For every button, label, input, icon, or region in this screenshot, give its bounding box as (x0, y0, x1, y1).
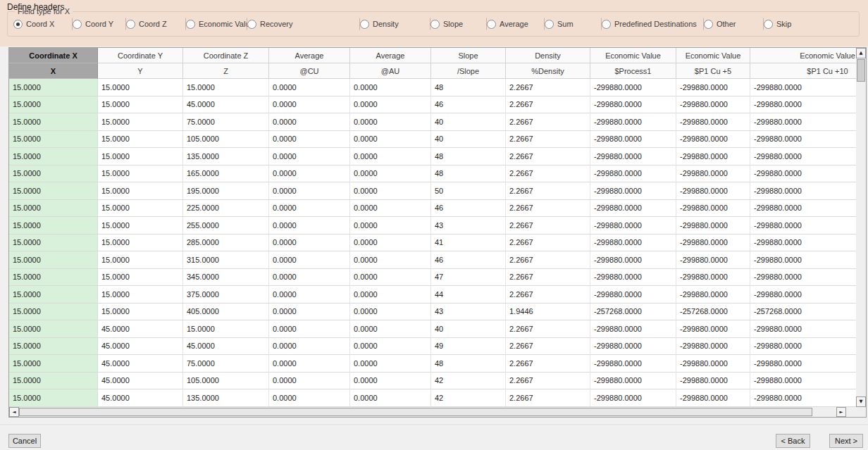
column-name-header[interactable]: X (9, 63, 98, 79)
grid-cell: 0.0000 (350, 200, 431, 218)
radio-label: Coord Y (85, 20, 113, 28)
column-name-header[interactable]: @AU (350, 63, 431, 79)
grid-cell: 46 (431, 251, 506, 269)
grid-cell: 15.0000 (98, 251, 183, 269)
radio-coord-x[interactable]: Coord X (13, 15, 73, 32)
radio-economic-value[interactable]: Economic Value (186, 15, 247, 32)
radio-unselected-icon (545, 20, 554, 29)
vertical-scrollbar[interactable]: ▲ ▼ (856, 48, 866, 407)
grid-cell: 15.0000 (9, 286, 98, 304)
grid-cell: -299880.0000 (590, 79, 676, 96)
column-name-header[interactable]: Z (183, 63, 269, 79)
radio-label: Recovery (260, 20, 292, 28)
column-name-header[interactable]: $Process1 (590, 63, 676, 79)
grid-cell: -299880.0000 (750, 320, 856, 338)
grid-cell: 15.0000 (98, 131, 183, 149)
grid-cell: 0.0000 (350, 148, 431, 165)
scrollbar-corner (856, 407, 866, 417)
grid-cell: 0.0000 (269, 269, 350, 287)
grid-cell: 45.0000 (98, 389, 183, 407)
column-type-header[interactable]: Average (269, 48, 350, 63)
back-button[interactable]: < Back (776, 434, 810, 448)
cancel-button[interactable]: Cancel (8, 434, 41, 448)
scroll-right-icon[interactable]: ► (836, 407, 846, 417)
grid-cell: 0.0000 (269, 165, 350, 183)
radio-slope[interactable]: Slope (430, 15, 487, 32)
grid-cell: -299880.0000 (590, 200, 676, 218)
vertical-scroll-thumb[interactable] (857, 59, 865, 82)
column-name-header[interactable]: %Density (506, 63, 590, 79)
table-row: 15.000045.000015.00000.00000.0000402.266… (9, 320, 856, 338)
radio-sum[interactable]: Sum (545, 15, 602, 32)
grid-cell: -299880.0000 (590, 148, 676, 165)
column-type-header[interactable]: Economic Value (676, 48, 750, 63)
radio-label: Economic Value (199, 20, 254, 28)
grid-cell: -299880.0000 (750, 286, 856, 304)
column-type-header[interactable]: Economic Value (590, 48, 676, 63)
grid-cell: 2.2667 (506, 165, 590, 183)
grid-cell: 48 (431, 148, 506, 165)
horizontal-scroll-thumb[interactable] (19, 408, 812, 416)
radio-recovery[interactable]: Recovery (247, 15, 360, 32)
table-row: 15.000015.0000225.00000.00000.0000462.26… (9, 200, 856, 218)
grid-cell: 2.2667 (506, 251, 590, 269)
scroll-down-icon[interactable]: ▼ (856, 396, 866, 407)
radio-label: Density (373, 20, 399, 28)
column-type-header[interactable]: Slope (431, 48, 506, 63)
grid-cell: 44 (431, 286, 506, 304)
column-type-header[interactable]: Coordinate X (9, 48, 98, 63)
radio-predefined-destinations[interactable]: Predefined Destinations (602, 15, 704, 32)
grid-cell: -299880.0000 (676, 320, 750, 338)
column-type-header[interactable]: Density (506, 48, 590, 63)
grid-cell: 43 (431, 304, 506, 321)
column-name-header[interactable]: $P1 Cu +5 (676, 63, 750, 79)
grid-cell: 15.0000 (98, 148, 183, 165)
grid-cell: 2.2667 (506, 96, 590, 114)
radio-unselected-icon (186, 20, 195, 29)
column-type-header[interactable]: Average (350, 48, 431, 63)
grid-cell: -299880.0000 (590, 131, 676, 149)
grid-cell: -299880.0000 (750, 373, 856, 390)
grid-cell: -299880.0000 (676, 235, 750, 252)
horizontal-scrollbar[interactable]: ◄ ► (9, 407, 856, 417)
grid-cell: 45.0000 (183, 338, 269, 356)
radio-coord-z[interactable]: Coord Z (126, 15, 186, 32)
column-type-header[interactable]: Coordinate Z (183, 48, 269, 63)
grid-cell: 15.0000 (9, 148, 98, 165)
grid-cell: 0.0000 (269, 131, 350, 149)
grid-cell: 0.0000 (350, 165, 431, 183)
radio-label: Coord Z (139, 20, 167, 28)
grid-cell: 0.0000 (269, 338, 350, 356)
radio-other[interactable]: Other (704, 15, 764, 32)
grid-cell: 15.0000 (98, 286, 183, 304)
radio-label: Coord X (26, 20, 54, 28)
radio-coord-y[interactable]: Coord Y (73, 15, 126, 32)
radio-density[interactable]: Density (360, 15, 430, 32)
scroll-up-icon[interactable]: ▲ (856, 48, 866, 58)
grid-cell: 135.0000 (183, 148, 269, 165)
grid-cell: 0.0000 (269, 148, 350, 165)
column-name-header[interactable]: $P1 Cu +10 (750, 63, 856, 79)
table-row: 15.000045.000075.00000.00000.0000482.266… (9, 355, 856, 373)
column-type-header[interactable]: Economic Value (750, 48, 856, 63)
column-name-header[interactable]: /Slope (431, 63, 506, 79)
grid-cell: 15.0000 (9, 251, 98, 269)
grid-cell: 15.0000 (9, 79, 98, 96)
next-button[interactable]: Next > (829, 434, 863, 448)
groupbox-legend: Field type for X (15, 7, 73, 15)
grid-cell: 15.0000 (9, 217, 98, 235)
grid-cell: 45.0000 (183, 96, 269, 114)
radio-skip[interactable]: Skip (764, 15, 820, 32)
grid-cell: 15.0000 (98, 79, 183, 96)
radio-average[interactable]: Average (487, 15, 545, 32)
column-name-header[interactable]: @CU (269, 63, 350, 79)
data-grid: Coordinate XCoordinate YCoordinate ZAver… (8, 47, 867, 418)
grid-cell: 0.0000 (350, 182, 431, 200)
grid-cell: 0.0000 (269, 355, 350, 373)
grid-cell: 15.0000 (9, 338, 98, 356)
grid-cell: -299880.0000 (750, 96, 856, 114)
column-type-header[interactable]: Coordinate Y (98, 48, 183, 63)
column-name-header[interactable]: Y (98, 63, 183, 79)
grid-cell: 2.2667 (506, 131, 590, 149)
scroll-left-icon[interactable]: ◄ (9, 407, 19, 417)
